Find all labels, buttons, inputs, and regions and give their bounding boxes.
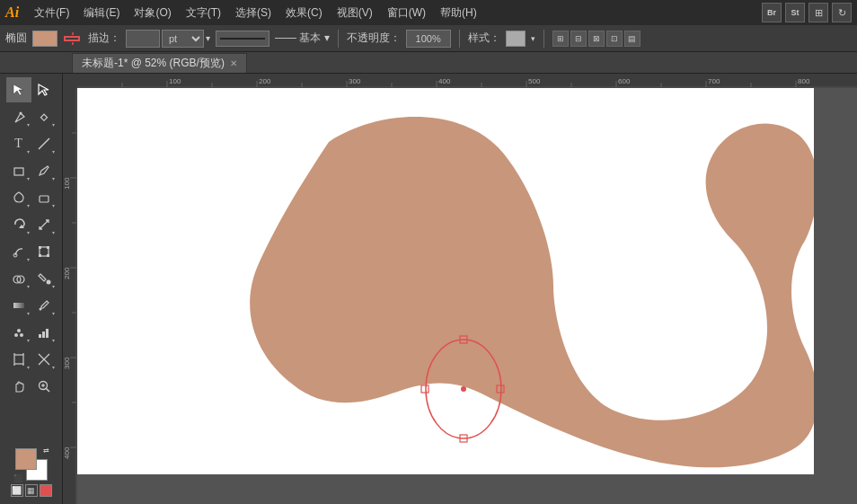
ruler-corner — [63, 74, 77, 88]
menu-file[interactable]: 文件(F) — [28, 4, 75, 22]
brush-sub: ▾ — [27, 202, 30, 208]
graph-sub: ▾ — [52, 337, 55, 343]
hand-tool-icon — [12, 379, 26, 393]
tool-row-artboard: ▾ ▾ — [0, 347, 62, 372]
scale-tool[interactable]: ▾ — [31, 212, 57, 237]
swap-colors-icon[interactable]: ⇄ — [43, 447, 49, 455]
graph-tool[interactable]: ▾ — [31, 320, 57, 345]
stock-icon[interactable]: St — [785, 3, 805, 22]
tab-bar: 未标题-1* @ 52% (RGB/预览) ✕ — [0, 52, 857, 74]
svg-rect-11 — [39, 246, 41, 249]
align-icon-5[interactable]: ▤ — [624, 31, 641, 47]
align-icon-3[interactable]: ⊠ — [588, 31, 605, 47]
menu-type[interactable]: 文字(T) — [180, 4, 227, 22]
none-stroke-icon[interactable] — [40, 484, 52, 497]
gradient-tool-icon — [12, 298, 26, 313]
paintbucket-tool[interactable]: ▾ — [31, 266, 57, 291]
slice-tool[interactable]: ▾ — [31, 347, 57, 372]
anchor-tool-icon — [37, 110, 51, 124]
svg-text:500: 500 — [528, 77, 541, 85]
bridge-icon[interactable]: Br — [762, 3, 782, 22]
rotate-tool-icon — [12, 217, 26, 232]
pencil-tool-icon — [37, 164, 51, 178]
align-icon-2[interactable]: ⊟ — [570, 31, 587, 47]
brush-tool[interactable]: ▾ — [6, 185, 31, 210]
svg-rect-12 — [47, 246, 49, 249]
reset-colors-icon[interactable]: ⬛ — [13, 474, 22, 482]
stroke-unit-select[interactable]: ptpxmm — [162, 30, 204, 48]
tool-row-shapebuilder: ▾ ▾ — [0, 266, 62, 291]
document-tab[interactable]: 未标题-1* @ 52% (RGB/预览) ✕ — [72, 53, 247, 73]
shape-sub: ▾ — [27, 175, 30, 181]
artboard-tool[interactable]: ▾ — [6, 347, 31, 372]
artboard-tool-icon — [12, 352, 26, 367]
menu-object[interactable]: 对象(O) — [128, 4, 177, 22]
warp-tool-icon — [12, 244, 26, 259]
menu-help[interactable]: 帮助(H) — [434, 4, 483, 22]
color-swatches: ⬛ ⇄ — [15, 448, 48, 481]
opacity-label: 不透明度： — [347, 31, 401, 46]
anchor-tool[interactable]: ▾ — [31, 104, 57, 129]
color-mode-row: ⬜ ▦ — [11, 484, 52, 497]
hand-tool[interactable] — [6, 374, 31, 399]
menubar-right-icons: Br St ⊞ ↻ — [762, 3, 852, 22]
menu-select[interactable]: 选择(S) — [229, 4, 278, 22]
eraser-sub: ▾ — [52, 202, 55, 208]
svg-rect-61 — [63, 88, 77, 504]
line-tool[interactable]: ▾ — [31, 131, 57, 156]
svg-rect-25 — [46, 329, 49, 338]
svg-rect-7 — [40, 196, 49, 202]
sync-icon[interactable]: ↻ — [832, 3, 852, 22]
line-tool-icon — [37, 137, 51, 151]
pen-tool[interactable]: ▾ — [6, 104, 31, 129]
dash-line-preview — [220, 38, 265, 40]
ruler-top-svg: // ticks inline won't work in SVG, use s… — [77, 74, 857, 88]
menu-effect[interactable]: 效果(C) — [279, 4, 329, 22]
svg-text:800: 800 — [798, 77, 810, 85]
align-icon-4[interactable]: ⊡ — [606, 31, 623, 47]
align-icon-1[interactable]: ⊞ — [552, 31, 569, 47]
type-tool[interactable]: T ▾ — [6, 131, 31, 156]
svg-rect-26 — [14, 355, 23, 364]
ruler-left: 100 200 300 400 — [63, 88, 77, 504]
ruler-top: // ticks inline won't work in SVG, use s… — [77, 74, 857, 88]
eraser-tool[interactable]: ▾ — [31, 185, 57, 210]
foreground-color-swatch[interactable] — [15, 448, 37, 470]
warp-tool[interactable]: ▾ — [6, 239, 31, 264]
menu-bar: Ai 文件(F) 编辑(E) 对象(O) 文字(T) 选择(S) 效果(C) 视… — [0, 0, 857, 25]
stroke-icon[interactable] — [63, 31, 83, 47]
rotate-tool[interactable]: ▾ — [6, 212, 31, 237]
direct-selection-tool-icon — [37, 83, 51, 97]
none-icon[interactable]: ⬜ — [11, 484, 23, 497]
symbol-tool[interactable]: ▾ — [6, 320, 31, 345]
symbol-tool-icon — [12, 325, 26, 340]
pencil-tool[interactable]: ▾ — [31, 158, 57, 183]
dash-line-select[interactable] — [216, 31, 269, 47]
free-transform-tool[interactable] — [31, 239, 57, 264]
menu-edit[interactable]: 编辑(E) — [77, 4, 126, 22]
svg-text:200: 200 — [63, 267, 71, 279]
direct-selection-tool[interactable] — [31, 77, 57, 102]
shape-builder-tool[interactable]: ▾ — [6, 266, 31, 291]
shape-tool[interactable]: ▾ — [6, 158, 31, 183]
zoom-tool[interactable] — [31, 374, 57, 399]
line-sub: ▾ — [52, 148, 55, 155]
stroke-width-input[interactable] — [126, 30, 160, 48]
gradient-tool[interactable]: ▾ — [6, 293, 31, 318]
menu-view[interactable]: 视图(V) — [331, 4, 379, 22]
svg-text:300: 300 — [349, 77, 361, 85]
eyedropper-tool[interactable]: ▾ — [31, 293, 57, 318]
fill-color-box[interactable] — [32, 31, 57, 47]
gradient-swatch-icon[interactable]: ▦ — [25, 484, 38, 497]
svg-rect-4 — [40, 114, 47, 120]
style-box[interactable] — [506, 31, 526, 47]
svg-rect-14 — [47, 254, 49, 257]
style-arrow: ▾ — [531, 34, 535, 43]
grid-icon[interactable]: ⊞ — [808, 3, 828, 22]
eyedropper-sub: ▾ — [52, 310, 55, 316]
menu-window[interactable]: 窗口(W) — [381, 4, 432, 22]
selection-tool[interactable] — [6, 77, 31, 102]
align-icons: ⊞ ⊟ ⊠ ⊡ ▤ — [552, 31, 641, 47]
opacity-input[interactable] — [406, 30, 451, 48]
tab-close-button[interactable]: ✕ — [230, 58, 237, 68]
